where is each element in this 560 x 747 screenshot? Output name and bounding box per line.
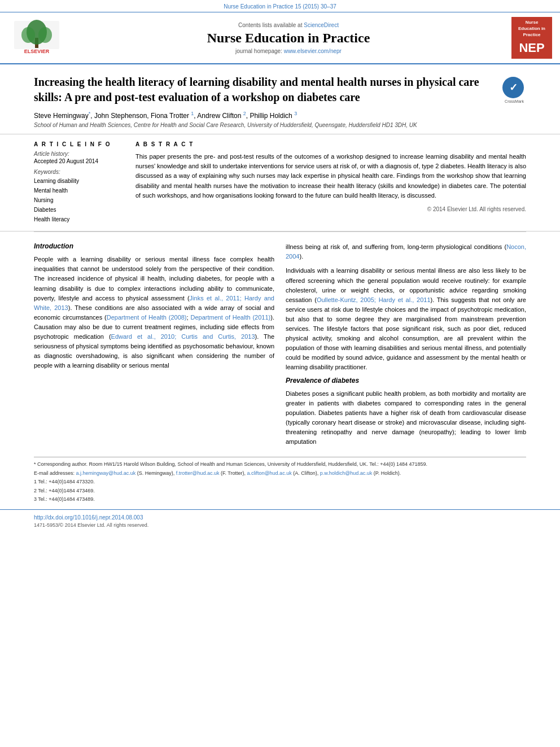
prevalence-paragraph-1: Diabetes poses a significant public heal…: [286, 389, 526, 447]
intro-heading: Introduction: [34, 242, 274, 250]
article-info: A R T I C L E I N F O Article history: A…: [34, 141, 124, 224]
keyword-5: Health literacy: [34, 215, 124, 224]
homepage-link[interactable]: www.elsevier.com/nepr: [284, 48, 342, 54]
affiliation: School of Human and Health Sciences, Cen…: [34, 122, 526, 128]
elsevier-logo-area: ELSEVIER: [6, 17, 68, 59]
footnote-emails: E-mail addresses: a.j.hemingway@hud.ac.u…: [34, 470, 526, 478]
intro-paragraph-2: illness being at risk of, and suffering …: [286, 242, 526, 261]
keywords-label: Keywords:: [34, 169, 124, 175]
keyword-3: Nursing: [34, 195, 124, 205]
ref-edward[interactable]: Edward et al., 2010; Curtis and Curtis, …: [111, 333, 255, 340]
journal-top-bar: Nurse Education in Practice 15 (2015) 30…: [0, 0, 560, 12]
body-right: illness being at risk of, and suffering …: [286, 242, 526, 451]
svg-text:ELSEVIER: ELSEVIER: [24, 49, 50, 54]
elsevier-logo-svg: ELSEVIER: [11, 18, 62, 58]
copyright-line: © 2014 Elsevier Ltd. All rights reserved…: [135, 206, 526, 212]
footnote-3: 3 Tel.: +44(0)1484 473489.: [34, 496, 526, 504]
authors: Steve Hemingway*, John Stephenson, Fiona…: [34, 112, 297, 120]
doi-link[interactable]: http://dx.doi.org/10.1016/j.nepr.2014.08…: [34, 514, 143, 521]
keyword-1: Learning disability: [34, 176, 124, 186]
email-trotter[interactable]: f.trotter@hud.ac.uk: [176, 470, 220, 476]
svg-point-4: [38, 27, 52, 43]
footnote-2: 2 Tel.: +44(0)1484 473469.: [34, 487, 526, 495]
keyword-2: Mental health: [34, 186, 124, 195]
contents-line: Contents lists available at ScienceDirec…: [73, 22, 504, 28]
email-clifton[interactable]: a.clifton@hud.ac.uk: [247, 470, 291, 476]
ref-oullette[interactable]: Oullette-Kuntz, 2005; Hardy et al., 2011: [317, 296, 431, 303]
history-label: Article history:: [34, 151, 124, 157]
sciencedirect-link[interactable]: ScienceDirect: [304, 22, 339, 28]
ref-doh2008[interactable]: Department of Health (2008): [107, 314, 187, 321]
bottom-bar: http://dx.doi.org/10.1016/j.nepr.2014.08…: [0, 509, 560, 534]
prevalence-heading: Prevalence of diabetes: [286, 377, 526, 385]
authors-line: Steve Hemingway*, John Stephenson, Fiona…: [34, 111, 526, 120]
ref-nocon[interactable]: Nocon, 2004: [286, 243, 526, 260]
abstract-text: This paper presents the pre- and post-te…: [135, 152, 526, 200]
abstract-title: A B S T R A C T: [135, 141, 526, 147]
nep-badge: Nurse Education in Practice NEP: [511, 17, 552, 59]
crossmark-badge: ✓ CrossMark: [502, 77, 526, 103]
header-area: ELSEVIER Contents lists available at Sci…: [0, 12, 560, 64]
ref-jinks[interactable]: Jinks et al., 2011; Hardy and White, 201…: [34, 295, 274, 311]
crossmark-label: CrossMark: [502, 99, 526, 103]
email-hemingway[interactable]: a.j.hemingway@hud.ac.uk: [76, 470, 136, 476]
footnote-corresponding: * Corresponding author. Room HW1/15 Haro…: [34, 461, 526, 469]
svg-point-3: [21, 27, 35, 43]
article-title-row: Increasing the health literacy of learni…: [34, 75, 526, 105]
article-title-section: Increasing the health literacy of learni…: [0, 64, 560, 134]
footnotes-area: * Corresponding author. Room HW1/15 Haro…: [34, 457, 526, 504]
article-title: Increasing the health literacy of learni…: [34, 75, 497, 105]
email-holdich[interactable]: p.w.holdich@hud.ac.uk: [320, 470, 373, 476]
keyword-4: Diabetes: [34, 205, 124, 215]
journal-homepage: journal homepage: www.elsevier.com/nepr: [73, 48, 504, 54]
header-center: Contents lists available at ScienceDirec…: [73, 17, 504, 59]
info-abstract-section: A R T I C L E I N F O Article history: A…: [0, 134, 560, 231]
body-left: Introduction People with a learning disa…: [34, 242, 274, 451]
journal-citation: Nurse Education in Practice 15 (2015) 30…: [224, 3, 336, 10]
issn-line: 1471-5953/© 2014 Elsevier Ltd. All right…: [34, 522, 526, 528]
journal-title: Nurse Education in Practice: [73, 30, 504, 46]
intro-paragraph-1: People with a learning disability or ser…: [34, 255, 274, 370]
footnote-1: 1 Tel.: +44(0)1484 473320.: [34, 478, 526, 486]
accepted-date: Accepted 20 August 2014: [34, 158, 124, 164]
article-info-title: A R T I C L E I N F O: [34, 141, 124, 147]
nep-badge-area: Nurse Education in Practice NEP: [509, 17, 554, 59]
keywords-list: Learning disability Mental health Nursin…: [34, 176, 124, 224]
crossmark-icon: ✓: [502, 77, 524, 98]
intro-paragraph-3: Individuals with a learning disability o…: [286, 266, 526, 372]
ref-doh2011[interactable]: Department of Health (2011): [190, 314, 270, 321]
page: Nurse Education in Practice 15 (2015) 30…: [0, 0, 560, 747]
abstract-section: A B S T R A C T This paper presents the …: [135, 141, 526, 224]
body-content: Introduction People with a learning disa…: [0, 232, 560, 457]
